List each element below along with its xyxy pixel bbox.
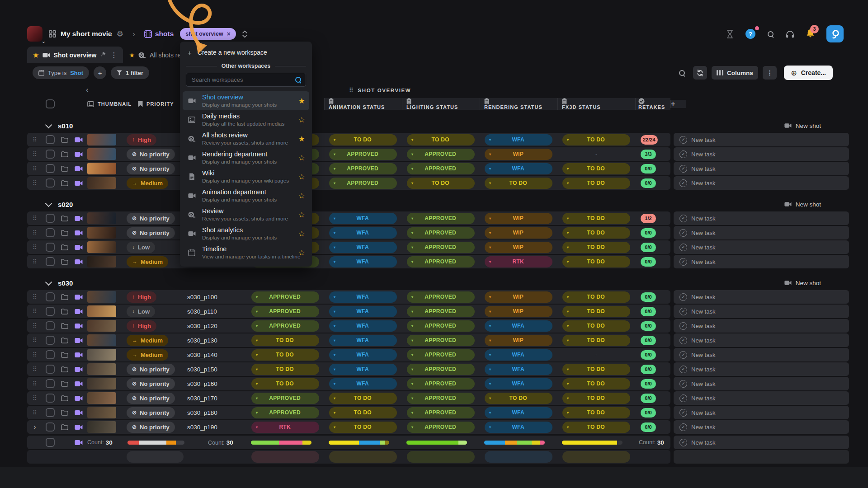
status-pill[interactable]: ▾APPROVED [251, 306, 319, 317]
shot-thumbnail[interactable] [87, 305, 116, 317]
status-pill[interactable]: ▾TO DO [562, 134, 630, 145]
status-pill[interactable]: ▾WFA [329, 256, 397, 267]
star-outline-icon[interactable]: ☆ [298, 210, 305, 220]
status-pill[interactable]: ▾WFA [329, 242, 397, 253]
status-pill[interactable]: ▾APPROVED [407, 149, 475, 160]
shot-thumbnail[interactable] [87, 148, 116, 160]
priority-pill[interactable]: ⊘No priority [127, 378, 175, 389]
shot-name[interactable]: s030_p150 [187, 366, 246, 373]
priority-pill[interactable]: ⊘No priority [127, 407, 175, 418]
drag-handle-icon[interactable]: ⠿ [27, 244, 42, 251]
new-task-button[interactable]: New task [674, 162, 849, 175]
status-pill[interactable]: ▾TO DO [562, 256, 630, 267]
star-outline-icon[interactable]: ☆ [298, 172, 305, 182]
columns-button[interactable]: Columns [712, 66, 758, 80]
status-pill[interactable]: ▾APPROVED [407, 393, 475, 404]
tab-shot-overview[interactable]: ★ Shot overview ⋮ [27, 47, 123, 63]
status-pill[interactable]: ▾WFA [329, 335, 397, 346]
row-checkbox[interactable] [46, 257, 55, 266]
workspace-switcher-updown-icon[interactable] [242, 30, 247, 38]
row-checkbox[interactable] [46, 292, 55, 301]
status-pill[interactable]: ▾APPROVED [251, 320, 319, 332]
status-pill[interactable]: ▾WFA [485, 407, 552, 418]
column-group-title[interactable]: ⠿ SHOT OVERVIEW [349, 87, 411, 94]
shot-thumbnail[interactable] [87, 134, 116, 145]
star-outline-icon[interactable]: ☆ [298, 115, 305, 125]
shot-thumbnail[interactable] [87, 241, 116, 253]
status-pill[interactable]: ▾TO DO [485, 393, 552, 404]
row-checkbox[interactable] [46, 164, 55, 173]
workspace-chip[interactable]: shot overview × [180, 28, 236, 40]
row-checkbox[interactable] [46, 321, 55, 330]
column-header-thumbnail[interactable]: THUMBNAIL [86, 97, 123, 111]
status-pill[interactable]: ▾TO DO [562, 163, 630, 174]
drag-handle-icon[interactable]: ⠿ [349, 87, 354, 94]
row-checkbox[interactable] [46, 214, 55, 223]
status-pill[interactable]: ▾APPROVED [407, 349, 475, 361]
drag-handle-icon[interactable]: ⠿ [27, 366, 42, 373]
status-pill[interactable]: ▾TO DO [485, 178, 552, 189]
status-pill[interactable]: ▾WIP [485, 306, 552, 317]
drag-handle-icon[interactable]: ⠿ [27, 308, 42, 315]
retakes-badge[interactable]: 0/0 [641, 422, 656, 432]
priority-pill[interactable]: ⊘No priority [127, 213, 175, 224]
group-collapse-icon[interactable] [45, 278, 52, 286]
priority-pill[interactable]: ⊘No priority [127, 163, 175, 174]
drag-handle-icon[interactable]: ⠿ [27, 337, 42, 344]
help-icon[interactable]: ? [745, 29, 755, 39]
new-task-button[interactable]: New task [674, 133, 849, 146]
priority-pill[interactable]: ⊘No priority [127, 422, 175, 433]
shot-thumbnail[interactable] [87, 163, 116, 174]
folder-icon[interactable] [58, 180, 71, 186]
retakes-badge[interactable]: 0/0 [641, 394, 656, 403]
status-pill[interactable]: ▾TO DO [562, 291, 630, 303]
folder-icon[interactable] [58, 151, 71, 157]
status-pill[interactable]: ▾WIP [485, 213, 552, 224]
status-pill[interactable]: ▾APPROVED [407, 320, 475, 332]
star-filled-icon[interactable]: ★ [298, 134, 305, 144]
status-pill[interactable]: ▾WFA [485, 163, 552, 174]
hourglass-icon[interactable] [726, 30, 733, 38]
status-pill[interactable]: ▾WFA [329, 213, 397, 224]
group-name[interactable]: s020 [58, 201, 73, 208]
new-task-button[interactable]: New task [674, 240, 849, 254]
status-pill[interactable]: ▾WFA [485, 134, 552, 145]
retakes-badge[interactable]: 1/2 [641, 214, 656, 223]
status-pill[interactable]: ▾TO DO [407, 178, 475, 189]
folder-icon[interactable] [58, 216, 71, 221]
status-pill[interactable]: ▾APPROVED [407, 213, 475, 224]
folder-icon[interactable] [58, 395, 71, 401]
status-pill[interactable]: ▾TO DO [251, 378, 319, 389]
shot-thumbnail[interactable] [87, 291, 116, 303]
project-settings-gear-icon[interactable]: ⚙ [117, 29, 123, 39]
priority-pill[interactable]: →Medium [127, 349, 168, 361]
retakes-badge[interactable]: 0/0 [641, 257, 656, 267]
add-filter-button[interactable]: + [94, 66, 106, 79]
shot-thumbnail[interactable] [87, 392, 116, 404]
star-outline-icon[interactable]: ☆ [298, 191, 305, 201]
status-pill[interactable]: ▾TO DO [562, 320, 630, 332]
new-task-button[interactable]: New task [674, 305, 849, 318]
select-all-checkbox[interactable] [46, 99, 55, 108]
status-pill[interactable]: ▾APPROVED [251, 393, 319, 404]
status-pill[interactable]: ▾WFA [329, 320, 397, 332]
retakes-badge[interactable]: 0/0 [641, 336, 656, 345]
row-checkbox[interactable] [46, 422, 55, 432]
row-checkbox[interactable] [46, 336, 55, 345]
status-pill[interactable]: ▾WIP [485, 149, 552, 160]
status-pill[interactable]: ▾APPROVED [329, 178, 397, 189]
shot-thumbnail[interactable] [87, 421, 116, 433]
drag-handle-icon[interactable]: ⠿ [27, 136, 42, 143]
shot-name[interactable]: s030_p180 [187, 409, 246, 416]
filter-chip-type[interactable]: Type is Shot [33, 66, 89, 79]
new-task-button[interactable]: New task [674, 226, 849, 239]
drag-handle-icon[interactable]: ⠿ [27, 165, 42, 172]
row-checkbox[interactable] [46, 150, 55, 159]
group-collapse-icon[interactable] [45, 121, 52, 128]
workspace-item[interactable]: All shots review Review your assets, sho… [183, 129, 309, 148]
projects-grid-icon[interactable] [49, 30, 56, 38]
folder-icon[interactable] [58, 137, 71, 143]
workspace-chip-close-icon[interactable]: × [227, 30, 231, 38]
status-pill[interactable]: ▾WFA [329, 227, 397, 239]
new-shot-button[interactable]: New shot [784, 122, 821, 129]
